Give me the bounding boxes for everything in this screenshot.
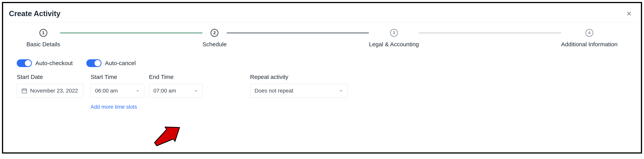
- step-basic-details[interactable]: 1 Basic Details: [26, 29, 60, 48]
- auto-checkout-group: Auto-checkout: [17, 59, 73, 67]
- repeat-select[interactable]: Does not repeat: [250, 84, 348, 98]
- auto-checkout-toggle[interactable]: [17, 59, 32, 67]
- auto-cancel-group: Auto-cancel: [86, 59, 136, 67]
- step-number: 2: [210, 29, 218, 37]
- field-inputs-row: November 23, 2022 06:00 am Add more time…: [17, 84, 627, 110]
- step-label: Schedule: [202, 41, 227, 48]
- step-legal-accounting[interactable]: 3 Legal & Accounting: [369, 29, 419, 48]
- toggles-row: Auto-checkout Auto-cancel: [17, 59, 627, 67]
- create-activity-modal: Create Activity × 1 Basic Details 2 Sche…: [2, 2, 642, 154]
- step-number: 3: [390, 29, 398, 37]
- chevron-down-icon: [136, 89, 140, 93]
- svg-marker-4: [151, 122, 184, 149]
- end-time-select[interactable]: 07:00 am: [149, 84, 202, 98]
- step-additional-information[interactable]: 4 Additional Information: [561, 29, 618, 48]
- close-icon: ×: [626, 9, 632, 18]
- start-time-select[interactable]: 06:00 am: [90, 84, 144, 98]
- repeat-value: Does not repeat: [254, 88, 293, 94]
- stepper-connector: [60, 33, 202, 33]
- calendar-icon: [21, 88, 28, 94]
- start-time-label: Start Time: [90, 74, 149, 80]
- end-time-value: 07:00 am: [154, 88, 176, 94]
- step-number: 1: [40, 29, 47, 37]
- close-button[interactable]: ×: [624, 8, 634, 19]
- svg-rect-0: [22, 89, 27, 93]
- step-label: Additional Information: [561, 41, 618, 48]
- start-date-value: November 23, 2022: [30, 88, 78, 94]
- repeat-label: Repeat activity: [250, 74, 351, 80]
- annotation-arrow-icon: [149, 122, 188, 149]
- end-time-label: End Time: [149, 74, 207, 80]
- auto-checkout-label: Auto-checkout: [36, 60, 73, 66]
- start-date-label: Start Date: [17, 74, 90, 80]
- chevron-down-icon: [339, 89, 343, 93]
- schedule-form: Auto-checkout Auto-cancel Start Date Sta…: [3, 54, 641, 120]
- stepper: 1 Basic Details 2 Schedule 3 Legal & Acc…: [3, 24, 641, 54]
- auto-cancel-toggle[interactable]: [86, 59, 102, 67]
- step-label: Legal & Accounting: [369, 41, 419, 48]
- modal-title: Create Activity: [9, 10, 60, 18]
- field-labels-row: Start Date Start Time End Time Repeat ac…: [17, 74, 627, 84]
- step-label: Basic Details: [26, 41, 60, 48]
- step-schedule[interactable]: 2 Schedule: [202, 29, 227, 48]
- stepper-connector: [419, 33, 561, 33]
- chevron-down-icon: [194, 89, 198, 93]
- start-date-input[interactable]: November 23, 2022: [17, 84, 83, 98]
- stepper-connector: [227, 33, 369, 33]
- step-number: 4: [586, 29, 593, 37]
- add-more-time-slots-link[interactable]: Add more time slots: [90, 104, 137, 110]
- modal-header: Create Activity ×: [3, 3, 641, 22]
- start-time-value: 06:00 am: [95, 88, 118, 94]
- auto-cancel-label: Auto-cancel: [105, 60, 136, 66]
